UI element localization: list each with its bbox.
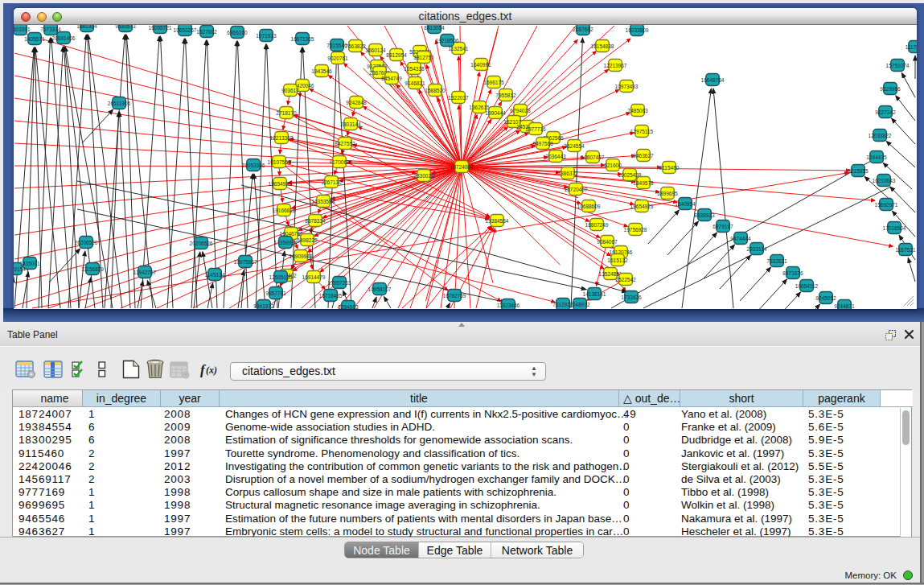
svg-text:3267130: 3267130	[321, 179, 342, 185]
svg-text:1640954: 1640954	[675, 201, 696, 207]
svg-text:16046786: 16046786	[280, 231, 303, 237]
svg-text:7386372: 7386372	[557, 171, 578, 176]
svg-text:10807487: 10807487	[581, 154, 605, 160]
svg-text:3660124: 3660124	[365, 47, 386, 53]
svg-text:3215955: 3215955	[848, 168, 869, 174]
svg-text:16914479: 16914479	[302, 274, 326, 280]
svg-text:17359934: 17359934	[274, 240, 298, 245]
svg-text:8878334: 8878334	[305, 218, 326, 224]
svg-text:1640991: 1640991	[470, 62, 491, 68]
svg-text:8938923: 8938923	[694, 212, 715, 218]
svg-text:1405571: 1405571	[24, 36, 45, 42]
svg-text:9341972: 9341972	[253, 303, 274, 309]
svg-text:6794028: 6794028	[510, 108, 531, 113]
svg-text:1939154: 1939154	[14, 266, 26, 272]
svg-text:7955812: 7955812	[495, 93, 516, 98]
svg-text:7632621: 7632621	[766, 258, 787, 264]
svg-text:15751074: 15751074	[886, 63, 910, 68]
svg-text:1322037: 1322037	[448, 95, 469, 101]
svg-text:11353594: 11353594	[312, 199, 335, 204]
svg-text:26511906: 26511906	[108, 101, 131, 106]
svg-text:3624554: 3624554	[564, 143, 585, 149]
svg-text:621600: 621600	[604, 163, 622, 168]
svg-text:11156829: 11156829	[81, 266, 104, 272]
svg-text:7515546: 7515546	[326, 43, 347, 48]
svg-text:10688609: 10688609	[577, 204, 601, 209]
svg-text:17957253: 17957253	[328, 280, 351, 286]
svg-text:2803144: 2803144	[340, 122, 361, 127]
svg-text:19166825: 19166825	[273, 208, 296, 213]
svg-text:1881304: 1881304	[76, 25, 97, 29]
svg-text:1588520: 1588520	[425, 88, 446, 93]
svg-text:15716485: 15716485	[319, 293, 343, 299]
svg-text:12213363: 12213363	[270, 135, 294, 141]
svg-text:16055721: 16055721	[149, 25, 172, 31]
svg-text:9657791: 9657791	[265, 290, 286, 296]
svg-text:11942757: 11942757	[133, 270, 157, 275]
svg-text:6899695: 6899695	[657, 191, 678, 196]
svg-text:(x): (x)	[206, 365, 217, 376]
svg-text:9115460: 9115460	[659, 165, 680, 171]
svg-text:29053346: 29053346	[242, 163, 265, 168]
svg-text:1362615: 1362615	[469, 105, 490, 110]
svg-text:9530573: 9530573	[115, 25, 136, 29]
svg-text:16033809: 16033809	[626, 27, 649, 33]
svg-text:6498222: 6498222	[297, 237, 318, 243]
svg-text:10107553: 10107553	[268, 159, 291, 165]
svg-text:1527602: 1527602	[196, 29, 217, 35]
svg-text:9146821: 9146821	[405, 80, 425, 86]
svg-text:8471676: 8471676	[782, 270, 803, 276]
svg-text:1071913: 1071913	[256, 33, 277, 39]
svg-text:8427552: 8427552	[335, 141, 355, 146]
svg-text:19756928: 19756928	[624, 227, 647, 233]
svg-text:14136141: 14136141	[583, 291, 606, 297]
svg-text:1048972: 1048972	[569, 302, 590, 307]
svg-text:1696175: 1696175	[483, 80, 504, 85]
svg-text:16782759: 16782759	[443, 293, 466, 299]
svg-text:9474444: 9474444	[730, 236, 751, 241]
svg-text:15692971: 15692971	[875, 202, 898, 208]
svg-text:11923446: 11923446	[497, 303, 520, 308]
svg-text:7073314: 7073314	[40, 27, 61, 32]
svg-text:9245052: 9245052	[815, 295, 836, 301]
svg-text:6879197: 6879197	[713, 224, 733, 229]
svg-text:1054338: 1054338	[404, 66, 425, 72]
svg-text:19654925: 19654925	[269, 181, 292, 187]
svg-text:9329966: 9329966	[880, 86, 901, 92]
svg-text:1812750: 1812750	[413, 55, 434, 60]
svg-text:15720407: 15720407	[565, 187, 588, 192]
svg-text:10654112: 10654112	[795, 283, 819, 289]
svg-text:9020761: 9020761	[327, 56, 348, 61]
svg-text:9242848: 9242848	[346, 100, 367, 105]
svg-text:7485063: 7485063	[627, 108, 648, 113]
svg-text:20206526: 20206526	[190, 241, 213, 246]
svg-text:2036443: 2036443	[545, 154, 566, 159]
svg-text:1990444: 1990444	[485, 110, 506, 116]
svg-text:20691406: 20691406	[52, 35, 76, 41]
svg-text:16210643: 16210643	[873, 178, 896, 183]
svg-text:1145134: 1145134	[205, 272, 225, 278]
svg-text:18724007: 18724007	[450, 164, 474, 170]
svg-text:9463627: 9463627	[633, 153, 654, 159]
svg-text:10958107: 10958107	[368, 286, 392, 292]
svg-text:4170063: 4170063	[329, 159, 350, 165]
svg-text:12975115: 12975115	[630, 129, 654, 134]
svg-text:19218506: 19218506	[436, 38, 459, 43]
svg-text:1244415: 1244415	[866, 154, 887, 160]
svg-text:18807249: 18807249	[585, 222, 609, 228]
svg-text:7663822: 7663822	[345, 43, 366, 49]
svg-text:12033822: 12033822	[869, 133, 892, 138]
svg-text:2087662: 2087662	[573, 27, 593, 32]
svg-text:8454749: 8454749	[381, 76, 402, 81]
svg-text:1943546: 1943546	[311, 68, 332, 74]
svg-text:1167531: 1167531	[896, 247, 916, 253]
svg-text:9227342: 9227342	[875, 109, 896, 115]
svg-text:19384554: 19384554	[486, 218, 509, 224]
svg-text:16671365: 16671365	[291, 36, 314, 42]
svg-text:1435001: 1435001	[19, 261, 40, 266]
svg-text:2330028: 2330028	[413, 173, 434, 179]
svg-text:6966160: 6966160	[227, 30, 248, 35]
svg-text:8912954: 8912954	[386, 52, 407, 58]
svg-text:12213967: 12213967	[604, 63, 627, 68]
svg-text:2718170: 2718170	[276, 110, 297, 116]
